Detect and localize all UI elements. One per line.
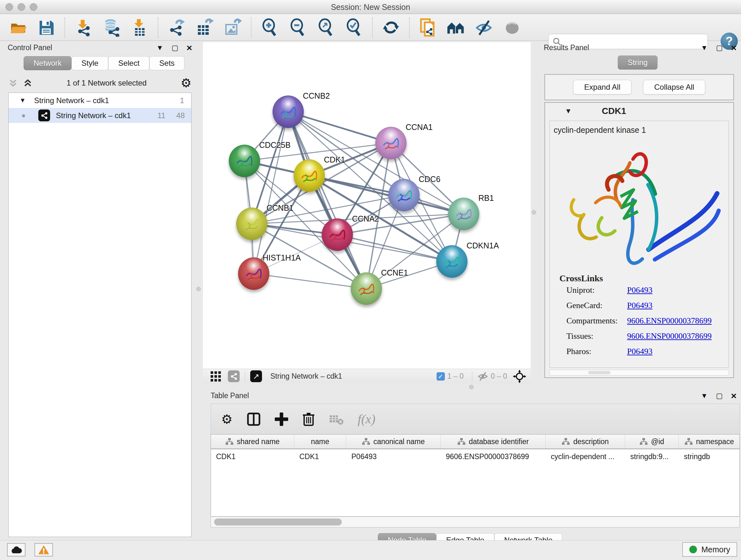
zoom-in-button[interactable] [260, 18, 279, 37]
crosslink-link[interactable]: P06493 [627, 301, 652, 310]
collection-expand-arrow-icon[interactable]: ▼ [19, 97, 26, 104]
first-neighbors-button[interactable] [447, 18, 465, 37]
expand-all-button[interactable]: Expand All [573, 80, 631, 95]
protein-collapse-arrow-icon[interactable]: ▼ [565, 107, 572, 115]
table-panel: Table Panel ▼ ▢ × ⚙ [203, 387, 741, 541]
table-cell[interactable]: CDK1 [294, 449, 346, 464]
export-network-button[interactable] [167, 18, 186, 37]
column-type-icon [639, 438, 648, 445]
clone-network-button[interactable] [419, 18, 437, 37]
network-collection-row[interactable]: ▼ String Network – cdk1 1 [9, 93, 191, 108]
table-cell[interactable]: 9606.ENSP00000378699 [441, 449, 546, 464]
network-options-gear-icon[interactable]: ⚙ [181, 76, 192, 90]
column-header-description[interactable]: description [546, 435, 625, 449]
crosslink-link[interactable]: 9606.ENSP00000378699 [627, 316, 712, 326]
results-panel-close-button[interactable]: × [731, 44, 737, 51]
results-panel-float-button[interactable]: ▼ [701, 44, 708, 52]
export-image-button[interactable] [223, 18, 242, 37]
table-panel-close-button[interactable]: × [731, 392, 737, 399]
table-row[interactable]: CDK1CDK1P064939606.ENSP00000378699cyclin… [211, 449, 739, 464]
zoom-fit-button[interactable] [317, 18, 335, 37]
show-columns-icon[interactable] [247, 412, 261, 426]
crosslink-link[interactable]: 9606.ENSP00000378699 [627, 331, 712, 341]
network-edge[interactable] [254, 273, 366, 289]
zoom-selected-button[interactable] [345, 18, 363, 37]
column-header-label: canonical name [374, 437, 425, 446]
crosslink-label: Pharos: [566, 347, 627, 356]
show-all-button[interactable] [503, 18, 522, 37]
scrollbar-thumb[interactable] [214, 518, 342, 525]
tab-style[interactable]: Style [71, 56, 108, 70]
warnings-button[interactable] [35, 543, 53, 557]
collapse-all-button[interactable]: Collapse All [643, 80, 705, 95]
network-view-mode-icon[interactable] [228, 370, 240, 382]
selected-checkbox-icon[interactable]: ✓ [436, 372, 445, 381]
network-view-canvas[interactable]: CCNB2 CCNA1 CDC25B CDK1 CDC6 RB1 CCNB1 C… [203, 42, 531, 369]
results-panel-maximize-button[interactable]: ▢ [716, 44, 723, 52]
table-horizontal-scrollbar[interactable] [211, 516, 740, 527]
network-node-ccna1[interactable] [375, 127, 407, 159]
column-header-name[interactable]: name [294, 435, 346, 449]
column-header-shared-name[interactable]: shared name [211, 435, 294, 449]
table-cell[interactable]: cyclin-dependent ... [546, 449, 625, 464]
save-session-button[interactable] [37, 18, 56, 37]
tab-network[interactable]: Network [23, 56, 71, 70]
crosslink-link[interactable]: P06493 [627, 286, 652, 295]
control-panel-float-button[interactable]: ▼ [156, 44, 163, 52]
status-bar: Memory [0, 540, 741, 560]
delete-column-trash-icon[interactable] [302, 412, 315, 427]
table-cell[interactable]: CDK1 [211, 449, 294, 464]
navigate-crosshair-icon[interactable] [513, 370, 526, 383]
collapse-all-networks-icon[interactable] [8, 78, 18, 88]
results-controls: Expand All Collapse All [544, 74, 734, 100]
network-node-ccne1[interactable] [351, 272, 382, 305]
birds-eye-view-icon[interactable]: ↗ [250, 370, 262, 382]
open-session-button[interactable] [9, 18, 27, 37]
import-table-file-button[interactable] [130, 18, 149, 37]
column-header--id[interactable]: @id [625, 435, 679, 449]
control-panel-close-button[interactable]: × [186, 44, 192, 51]
table-cell[interactable]: stringdb [679, 449, 740, 464]
network-node-rb1[interactable] [448, 198, 479, 230]
tab-string[interactable]: String [618, 56, 658, 70]
results-scrollbar[interactable] [549, 370, 729, 375]
crosslink-link[interactable]: P06493 [627, 347, 652, 356]
export-table-button[interactable] [195, 18, 214, 37]
network-node-ccnb1[interactable] [236, 207, 267, 240]
network-edge[interactable] [288, 112, 391, 143]
network-node-cdkn1a[interactable] [436, 245, 468, 278]
control-panel-title: Control Panel [8, 44, 52, 52]
table-panel-float-button[interactable]: ▼ [701, 392, 708, 400]
table-panel-maximize-button[interactable]: ▢ [716, 392, 723, 400]
control-panel-maximize-button[interactable]: ▢ [172, 44, 179, 52]
table-cell[interactable]: stringdb:9... [625, 449, 679, 464]
grid-view-icon[interactable] [210, 371, 221, 382]
zoom-out-button[interactable] [288, 18, 307, 37]
apply-style-refresh-button[interactable] [382, 18, 400, 37]
memory-button[interactable]: Memory [682, 542, 737, 557]
network-row[interactable]: ● String Network – cdk1 11 48 [9, 108, 191, 123]
network-edge[interactable] [254, 112, 288, 273]
network-node-cdc25b[interactable] [229, 145, 260, 177]
import-network-database-button[interactable] [102, 18, 121, 37]
protein-section-header[interactable]: ▼ CDK1 [545, 103, 733, 119]
cloud-status-button[interactable] [7, 543, 25, 557]
network-node-ccnb2[interactable] [273, 96, 304, 128]
protein-ribbon-thumbnail [380, 133, 402, 153]
network-node-cdk1[interactable] [293, 159, 325, 192]
import-network-file-button[interactable] [74, 18, 92, 37]
tab-sets[interactable]: Sets [149, 56, 185, 70]
network-node-cdc6[interactable] [388, 179, 420, 211]
column-header-database-identifier[interactable]: database identifier [441, 435, 546, 449]
network-node-ccna2[interactable] [322, 219, 353, 251]
expand-all-networks-icon[interactable] [23, 78, 32, 88]
network-edge[interactable] [337, 235, 452, 261]
hide-selected-button[interactable] [475, 18, 493, 37]
tab-select[interactable]: Select [108, 56, 149, 70]
table-options-gear-icon[interactable]: ⚙ [221, 412, 232, 427]
table-cell[interactable]: P06493 [346, 449, 441, 464]
column-header-namespace[interactable]: namespace [679, 435, 740, 449]
left-splitter-grip[interactable] [196, 287, 201, 291]
add-column-icon[interactable] [275, 413, 288, 426]
column-header-canonical-name[interactable]: canonical name [346, 435, 441, 449]
